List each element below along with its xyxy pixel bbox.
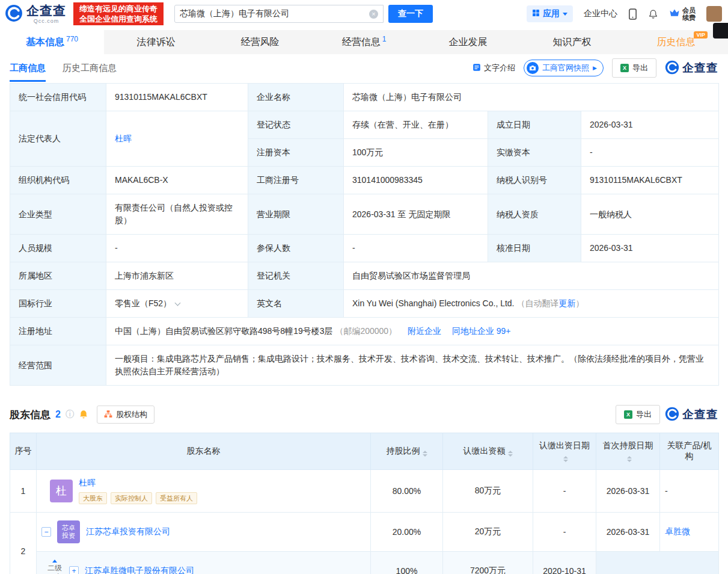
tab-intellectual-property[interactable]: 知识产权 — [520, 30, 624, 54]
collapse-button[interactable]: − — [41, 527, 51, 537]
table-row: 人员规模 - 参保人数 - 核准日期 2026-03-31 — [10, 235, 719, 262]
primary-tab-bar: 基本信息770 法律诉讼 经营风险 经营信息1 企业发展 知识产权 历史信息 V… — [0, 30, 728, 54]
tab-operation-risk[interactable]: 经营风险 — [208, 30, 312, 54]
export-button[interactable]: X 导出 — [612, 58, 656, 78]
equity-structure-button[interactable]: 股权结构 — [97, 406, 154, 424]
reg-number-value: 310141000983345 — [344, 167, 488, 194]
tag-major-shareholder: 大股东 — [79, 492, 107, 504]
en-name-update-link[interactable]: 更新 — [558, 298, 575, 308]
qcc-brand-mark[interactable]: 企查查 — [665, 407, 718, 423]
vip-badge: VIP — [694, 31, 708, 39]
tab-operation-info[interactable]: 经营信息1 — [312, 30, 416, 54]
shareholder-row: 2 − 芯卓投资 江苏芯卓投资有限公司 20.00% 20万元 - 2026-0… — [10, 513, 719, 552]
child-name-cell: 二级 股东 + 江苏卓胜微电子股份有限公司 — [37, 552, 371, 574]
mobile-phone-icon[interactable] — [628, 8, 637, 20]
search-button[interactable]: 查一下 — [388, 5, 433, 23]
taxpayer-id-label: 纳税人识别号 — [488, 167, 581, 194]
search-input[interactable] — [180, 9, 369, 19]
camera-icon — [527, 62, 539, 74]
member-label-2: 续费 — [682, 14, 696, 21]
shareholders-export-label: 导出 — [636, 409, 652, 420]
table-row: 法定代表人 杜晖 登记状态 存续（在营、开业、在册） 成立日期 2026-03-… — [10, 111, 719, 139]
subtab-history-business-info[interactable]: 历史工商信息 — [63, 54, 117, 82]
shareholder-avatar[interactable]: 芯卓投资 — [57, 520, 80, 543]
tag-actual-controller: 实际控制人 — [111, 492, 152, 504]
qcc-logo[interactable]: 企查查 Qcc.com — [5, 4, 66, 24]
col-ratio-sortable[interactable]: 持股比例 — [371, 433, 443, 470]
qcc-logo-icon — [5, 4, 23, 24]
table-header-row: 序号 股东名称 持股比例 认缴出资额 认缴出资日期 首次持股日期 关联产品/机构 — [10, 433, 719, 470]
shareholder-name-link[interactable]: 江苏芯卓投资有限公司 — [86, 526, 170, 537]
enterprise-center-link[interactable]: 企业中心 — [584, 8, 617, 19]
row2-amount: 20万元 — [443, 513, 533, 552]
legal-rep-link[interactable]: 杜晖 — [115, 134, 132, 143]
reg-number-label: 工商注册号 — [248, 167, 344, 194]
industry-value: 零售业（F52） — [106, 290, 248, 318]
child-shareholder-name-link[interactable]: 江苏卓胜微电子股份有限公司 — [85, 566, 194, 574]
establish-date-label: 成立日期 — [488, 111, 581, 139]
side-panel-toggle[interactable] — [713, 23, 728, 39]
tab-company-development-label: 企业发展 — [449, 36, 488, 49]
related-product-link[interactable]: 卓胜微 — [665, 526, 690, 536]
apps-dropdown[interactable]: 应用 — [527, 5, 573, 22]
shareholder-name-link[interactable]: 杜晖 — [79, 478, 201, 489]
shareholder-child-row: 二级 股东 + 江苏卓胜微电子股份有限公司 100% 7200万元 2020-1… — [10, 552, 719, 574]
row1-no: 1 — [10, 470, 37, 513]
monitor-bell-icon[interactable] — [79, 410, 88, 419]
table-row: 所属地区 上海市浦东新区 登记机关 自由贸易试验区市场监督管理局 — [10, 262, 719, 290]
slogan-banner: 缔造有远见的商业传奇 全国企业信用查询系统 — [73, 2, 164, 25]
col-amount-sortable[interactable]: 认缴出资额 — [443, 433, 533, 470]
shareholder-avatar[interactable]: 杜 — [50, 480, 73, 502]
child-empty-cell — [596, 552, 719, 574]
reg-authority-label: 登记机关 — [248, 262, 344, 290]
business-info-table: 统一社会信用代码 91310115MAKAL6CBXT 企业名称 芯瑜微（上海）… — [10, 83, 719, 386]
shareholders-export-button[interactable]: X 导出 — [616, 405, 660, 424]
slogan-line1: 缔造有远见的商业传奇 — [79, 4, 158, 14]
tab-basic-info-count: 770 — [66, 35, 78, 43]
org-code-value: MAKAL6CB-X — [106, 167, 248, 194]
qcc-brand-text: 企查查 — [682, 60, 718, 76]
insured-count-label: 参保人数 — [248, 235, 344, 262]
col-shareholder-name: 股东名称 — [37, 433, 371, 470]
text-intro-link[interactable]: 文字介绍 — [473, 63, 515, 73]
org-chart-icon — [104, 410, 112, 420]
play-arrow-icon: ▶ — [593, 65, 597, 71]
excel-icon: X — [624, 410, 632, 419]
col-date-sortable[interactable]: 认缴出资日期 — [533, 433, 596, 470]
tab-basic-info[interactable]: 基本信息770 — [0, 30, 104, 54]
en-name-note-end: ） — [575, 298, 584, 308]
logo-domain: Qcc.com — [34, 19, 60, 24]
shareholders-count: 2 — [55, 409, 61, 420]
tab-legal-litigation[interactable]: 法律诉讼 — [104, 30, 208, 54]
reg-status-label: 登记状态 — [248, 111, 344, 139]
reg-capital-label: 注册资本 — [248, 139, 344, 167]
company-name-value: 芯瑜微（上海）电子有限公司 — [344, 84, 719, 111]
scope-value: 一般项目：集成电路芯片及产品销售；集成电路设计；技术服务、技术开发、技术咨询、技… — [106, 345, 719, 386]
user-avatar[interactable] — [706, 6, 722, 22]
member-crown-icon — [669, 8, 680, 19]
subtab-business-info[interactable]: 工商信息 — [10, 54, 46, 82]
slogan-line2: 全国企业信用查询系统 — [79, 14, 158, 24]
en-name-text: Xin Yu Wei (Shanghai) Electronics Co., L… — [352, 298, 515, 308]
expand-button[interactable]: + — [69, 566, 79, 574]
notification-bell-icon[interactable] — [648, 9, 658, 19]
clear-icon[interactable]: × — [369, 10, 378, 19]
member-label-1: 会员 — [682, 7, 696, 14]
tab-company-development[interactable]: 企业发展 — [416, 30, 520, 54]
info-icon[interactable]: ⓘ — [66, 409, 74, 420]
en-name-value: Xin Yu Wei (Shanghai) Electronics Co., L… — [344, 290, 719, 318]
col-first-date-sortable[interactable]: 首次持股日期 — [596, 433, 660, 470]
qcc-brand-mark[interactable]: 企查查 — [665, 60, 718, 76]
industry-chevron-down-icon[interactable] — [175, 300, 181, 306]
member-renew-button[interactable]: 会员 续费 — [669, 7, 696, 21]
en-name-label: 英文名 — [248, 290, 344, 318]
snapshot-label: 工商官网快照 — [542, 63, 589, 73]
apps-label: 应用 — [543, 8, 560, 19]
reg-authority-value: 自由贸易试验区市场监督管理局 — [344, 262, 719, 290]
tab-legal-litigation-label: 法律诉讼 — [137, 36, 176, 49]
staff-size-label: 人员规模 — [10, 235, 106, 262]
secondary-toolbar: 工商信息 历史工商信息 文字介绍 工商官网快照 ▶ X 导出 企查查 — [0, 54, 728, 82]
official-snapshot-button[interactable]: 工商官网快照 ▶ — [524, 60, 604, 76]
nearby-companies-link[interactable]: 附近企业 — [408, 326, 441, 336]
same-address-companies-link[interactable]: 同地址企业 99+ — [452, 326, 511, 336]
